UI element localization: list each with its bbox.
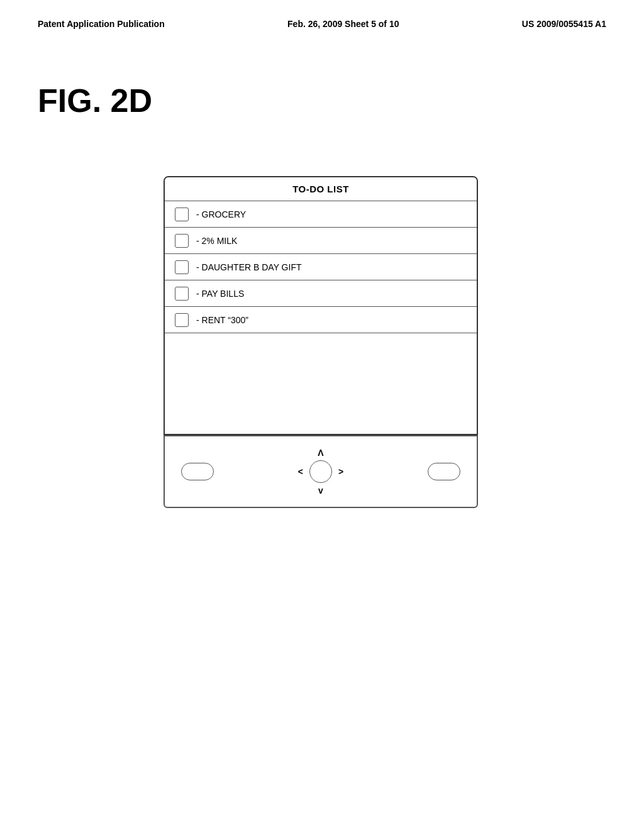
dpad-middle-row: < > [296,460,346,483]
item-text-4: - PAY BILLS [196,289,244,299]
item-text-3: - DAUGHTER B DAY GIFT [196,262,302,272]
list-item: - RENT “300” [165,307,477,333]
dpad-right-button[interactable]: > [336,465,346,478]
checkbox-2[interactable] [175,234,189,248]
dpad-up-row: Λ [315,446,326,459]
list-item: - PAY BILLS [165,280,477,307]
page-header: Patent Application Publication Feb. 26, … [0,0,644,29]
dpad-left-button[interactable]: < [296,465,306,478]
checkbox-5[interactable] [175,313,189,327]
dpad-center-button[interactable] [309,460,332,483]
dpad-down-button[interactable]: v [316,484,326,497]
checkbox-4[interactable] [175,287,189,301]
empty-list-area [165,333,477,434]
item-text-2: - 2% MILK [196,236,237,246]
figure-label: FIG. 2D [38,82,152,119]
list-item: - DAUGHTER B DAY GIFT [165,254,477,280]
checkbox-1[interactable] [175,208,189,221]
dpad-up-button[interactable]: Λ [315,446,326,459]
list-item: - GROCERY [165,201,477,228]
publication-label: Patent Application Publication [38,19,165,29]
patent-number: US 2009/0055415 A1 [522,19,606,29]
todo-title: TO-DO LIST [165,177,477,201]
list-item: - 2% MILK [165,228,477,254]
dpad-down-row: v [316,484,326,497]
dpad: Λ < > v [296,445,346,498]
device-mockup: TO-DO LIST - GROCERY - 2% MILK - DAUGHTE… [164,176,478,508]
nav-panel: Λ < > v [164,435,478,508]
checkbox-3[interactable] [175,260,189,274]
item-text-1: - GROCERY [196,209,246,219]
item-text-5: - RENT “300” [196,315,248,325]
screen-area: TO-DO LIST - GROCERY - 2% MILK - DAUGHTE… [164,176,478,435]
left-soft-button[interactable] [181,463,214,480]
right-soft-button[interactable] [428,463,460,480]
sheet-info: Feb. 26, 2009 Sheet 5 of 10 [287,19,399,29]
